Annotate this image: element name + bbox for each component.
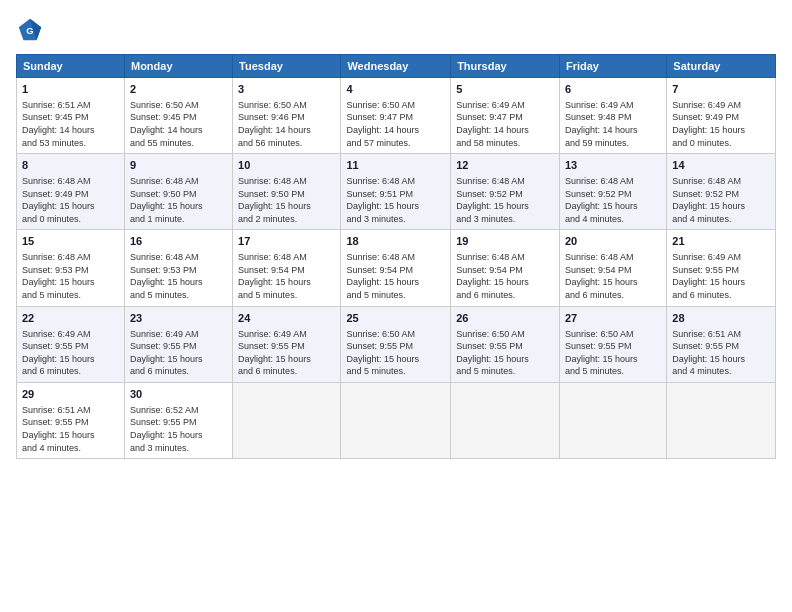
day-info: Sunrise: 6:48 AM Sunset: 9:54 PM Dayligh… (238, 251, 335, 301)
day-number: 24 (238, 311, 335, 326)
day-info: Sunrise: 6:48 AM Sunset: 9:54 PM Dayligh… (346, 251, 445, 301)
day-info: Sunrise: 6:49 AM Sunset: 9:55 PM Dayligh… (238, 328, 335, 378)
week-row-2: 8Sunrise: 6:48 AM Sunset: 9:49 PM Daylig… (17, 154, 776, 230)
day-number: 21 (672, 234, 770, 249)
day-cell: 20Sunrise: 6:48 AM Sunset: 9:54 PM Dayli… (559, 230, 666, 306)
header-cell-friday: Friday (559, 55, 666, 78)
day-number: 2 (130, 82, 227, 97)
day-number: 18 (346, 234, 445, 249)
day-cell: 5Sunrise: 6:49 AM Sunset: 9:47 PM Daylig… (451, 78, 560, 154)
week-row-1: 1Sunrise: 6:51 AM Sunset: 9:45 PM Daylig… (17, 78, 776, 154)
day-info: Sunrise: 6:48 AM Sunset: 9:53 PM Dayligh… (130, 251, 227, 301)
day-number: 20 (565, 234, 661, 249)
day-number: 29 (22, 387, 119, 402)
day-cell: 7Sunrise: 6:49 AM Sunset: 9:49 PM Daylig… (667, 78, 776, 154)
day-cell: 26Sunrise: 6:50 AM Sunset: 9:55 PM Dayli… (451, 306, 560, 382)
header-cell-saturday: Saturday (667, 55, 776, 78)
day-info: Sunrise: 6:50 AM Sunset: 9:46 PM Dayligh… (238, 99, 335, 149)
day-cell: 29Sunrise: 6:51 AM Sunset: 9:55 PM Dayli… (17, 382, 125, 458)
day-number: 12 (456, 158, 554, 173)
day-cell: 30Sunrise: 6:52 AM Sunset: 9:55 PM Dayli… (124, 382, 232, 458)
day-info: Sunrise: 6:48 AM Sunset: 9:54 PM Dayligh… (456, 251, 554, 301)
day-number: 13 (565, 158, 661, 173)
day-cell (233, 382, 341, 458)
day-number: 14 (672, 158, 770, 173)
day-cell (451, 382, 560, 458)
day-info: Sunrise: 6:49 AM Sunset: 9:47 PM Dayligh… (456, 99, 554, 149)
day-info: Sunrise: 6:48 AM Sunset: 9:49 PM Dayligh… (22, 175, 119, 225)
day-info: Sunrise: 6:50 AM Sunset: 9:45 PM Dayligh… (130, 99, 227, 149)
day-info: Sunrise: 6:48 AM Sunset: 9:54 PM Dayligh… (565, 251, 661, 301)
day-number: 15 (22, 234, 119, 249)
day-number: 30 (130, 387, 227, 402)
day-number: 22 (22, 311, 119, 326)
day-info: Sunrise: 6:52 AM Sunset: 9:55 PM Dayligh… (130, 404, 227, 454)
page: G SundayMondayTuesdayWednesdayThursdayFr… (0, 0, 792, 612)
day-info: Sunrise: 6:49 AM Sunset: 9:48 PM Dayligh… (565, 99, 661, 149)
day-info: Sunrise: 6:51 AM Sunset: 9:55 PM Dayligh… (672, 328, 770, 378)
day-number: 3 (238, 82, 335, 97)
day-cell: 13Sunrise: 6:48 AM Sunset: 9:52 PM Dayli… (559, 154, 666, 230)
calendar-header: SundayMondayTuesdayWednesdayThursdayFrid… (17, 55, 776, 78)
calendar-body: 1Sunrise: 6:51 AM Sunset: 9:45 PM Daylig… (17, 78, 776, 459)
day-number: 27 (565, 311, 661, 326)
header: G (16, 16, 776, 44)
day-cell (341, 382, 451, 458)
day-cell: 14Sunrise: 6:48 AM Sunset: 9:52 PM Dayli… (667, 154, 776, 230)
day-info: Sunrise: 6:48 AM Sunset: 9:52 PM Dayligh… (565, 175, 661, 225)
day-info: Sunrise: 6:48 AM Sunset: 9:53 PM Dayligh… (22, 251, 119, 301)
day-number: 4 (346, 82, 445, 97)
day-cell: 2Sunrise: 6:50 AM Sunset: 9:45 PM Daylig… (124, 78, 232, 154)
day-info: Sunrise: 6:48 AM Sunset: 9:50 PM Dayligh… (238, 175, 335, 225)
day-info: Sunrise: 6:48 AM Sunset: 9:51 PM Dayligh… (346, 175, 445, 225)
day-info: Sunrise: 6:50 AM Sunset: 9:55 PM Dayligh… (346, 328, 445, 378)
day-cell: 16Sunrise: 6:48 AM Sunset: 9:53 PM Dayli… (124, 230, 232, 306)
day-info: Sunrise: 6:50 AM Sunset: 9:55 PM Dayligh… (456, 328, 554, 378)
header-cell-sunday: Sunday (17, 55, 125, 78)
calendar-table: SundayMondayTuesdayWednesdayThursdayFrid… (16, 54, 776, 459)
day-number: 11 (346, 158, 445, 173)
day-number: 9 (130, 158, 227, 173)
day-number: 10 (238, 158, 335, 173)
day-info: Sunrise: 6:51 AM Sunset: 9:45 PM Dayligh… (22, 99, 119, 149)
day-info: Sunrise: 6:49 AM Sunset: 9:55 PM Dayligh… (22, 328, 119, 378)
day-cell: 28Sunrise: 6:51 AM Sunset: 9:55 PM Dayli… (667, 306, 776, 382)
day-number: 25 (346, 311, 445, 326)
day-cell: 15Sunrise: 6:48 AM Sunset: 9:53 PM Dayli… (17, 230, 125, 306)
day-info: Sunrise: 6:48 AM Sunset: 9:50 PM Dayligh… (130, 175, 227, 225)
day-info: Sunrise: 6:49 AM Sunset: 9:55 PM Dayligh… (130, 328, 227, 378)
day-info: Sunrise: 6:51 AM Sunset: 9:55 PM Dayligh… (22, 404, 119, 454)
day-number: 19 (456, 234, 554, 249)
day-cell: 10Sunrise: 6:48 AM Sunset: 9:50 PM Dayli… (233, 154, 341, 230)
day-cell: 8Sunrise: 6:48 AM Sunset: 9:49 PM Daylig… (17, 154, 125, 230)
day-number: 26 (456, 311, 554, 326)
day-cell: 27Sunrise: 6:50 AM Sunset: 9:55 PM Dayli… (559, 306, 666, 382)
day-cell: 25Sunrise: 6:50 AM Sunset: 9:55 PM Dayli… (341, 306, 451, 382)
week-row-5: 29Sunrise: 6:51 AM Sunset: 9:55 PM Dayli… (17, 382, 776, 458)
day-cell: 19Sunrise: 6:48 AM Sunset: 9:54 PM Dayli… (451, 230, 560, 306)
day-number: 23 (130, 311, 227, 326)
day-number: 1 (22, 82, 119, 97)
day-cell: 9Sunrise: 6:48 AM Sunset: 9:50 PM Daylig… (124, 154, 232, 230)
day-cell: 21Sunrise: 6:49 AM Sunset: 9:55 PM Dayli… (667, 230, 776, 306)
day-cell: 17Sunrise: 6:48 AM Sunset: 9:54 PM Dayli… (233, 230, 341, 306)
day-number: 6 (565, 82, 661, 97)
day-number: 16 (130, 234, 227, 249)
week-row-3: 15Sunrise: 6:48 AM Sunset: 9:53 PM Dayli… (17, 230, 776, 306)
day-info: Sunrise: 6:49 AM Sunset: 9:55 PM Dayligh… (672, 251, 770, 301)
day-info: Sunrise: 6:49 AM Sunset: 9:49 PM Dayligh… (672, 99, 770, 149)
day-cell: 6Sunrise: 6:49 AM Sunset: 9:48 PM Daylig… (559, 78, 666, 154)
day-cell: 4Sunrise: 6:50 AM Sunset: 9:47 PM Daylig… (341, 78, 451, 154)
header-cell-monday: Monday (124, 55, 232, 78)
day-cell: 3Sunrise: 6:50 AM Sunset: 9:46 PM Daylig… (233, 78, 341, 154)
svg-text:G: G (26, 26, 33, 36)
header-cell-wednesday: Wednesday (341, 55, 451, 78)
day-cell: 18Sunrise: 6:48 AM Sunset: 9:54 PM Dayli… (341, 230, 451, 306)
day-cell (559, 382, 666, 458)
day-number: 7 (672, 82, 770, 97)
day-info: Sunrise: 6:48 AM Sunset: 9:52 PM Dayligh… (672, 175, 770, 225)
day-number: 17 (238, 234, 335, 249)
header-row: SundayMondayTuesdayWednesdayThursdayFrid… (17, 55, 776, 78)
day-number: 8 (22, 158, 119, 173)
day-cell: 23Sunrise: 6:49 AM Sunset: 9:55 PM Dayli… (124, 306, 232, 382)
